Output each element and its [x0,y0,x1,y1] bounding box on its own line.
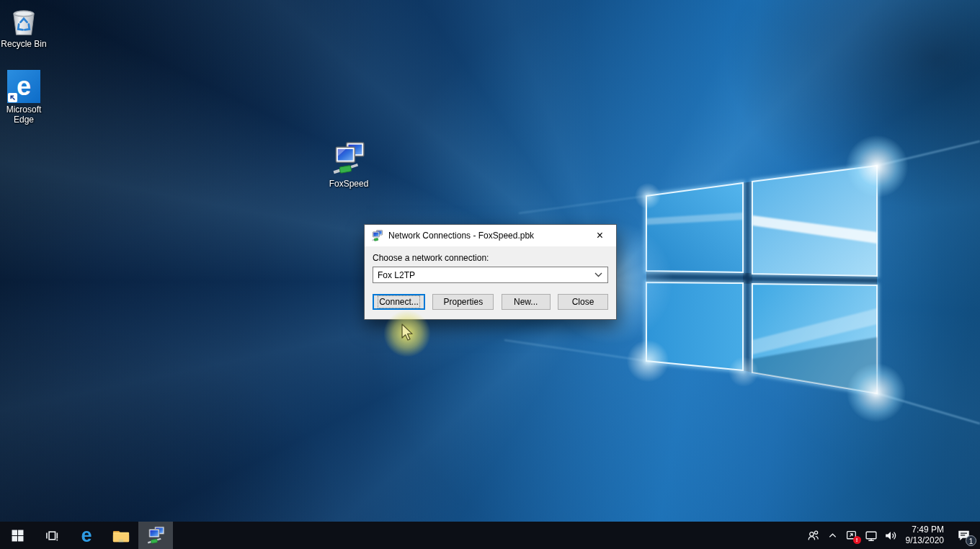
ethernet-icon [865,530,878,542]
desktop-icon-foxspeed[interactable]: FoxSpeed [321,141,376,189]
tray-overflow-button[interactable] [823,522,842,549]
volume-tray-button[interactable] [881,522,901,549]
clock[interactable]: 7:49 PM 9/13/2020 [901,525,949,546]
network-computers-icon [146,526,166,545]
network-computers-icon [371,230,383,242]
dropdown-selected-value: Fox L2TP [378,270,415,280]
chevron-down-icon [594,272,602,277]
connection-field-label: Choose a network connection: [373,253,608,263]
desktop-icon-microsoft-edge[interactable]: e Microsoft Edge [0,70,51,125]
edge-e-glyph: e [17,73,31,99]
properties-button[interactable]: Properties [432,294,494,310]
people-button[interactable] [803,522,823,549]
task-view-button[interactable] [35,522,69,549]
folder-icon [112,527,130,544]
dialog-titlebar[interactable]: Network Connections - FoxSpeed.pbk × [365,225,616,246]
edge-icon: e [7,70,40,103]
network-connection-dropdown[interactable]: Fox L2TP [373,267,608,283]
taskbar-file-explorer-button[interactable] [104,522,138,549]
taskbar: e [0,522,980,549]
system-tray: ! 7:49 PM 9/13/2020 [803,522,980,549]
task-view-icon [45,530,58,542]
volume-icon [884,530,897,542]
action-center-button[interactable]: 1 [949,522,978,549]
taskbar-edge-button[interactable]: e [69,522,104,549]
mouse-cursor [401,323,414,342]
dialog-body: Choose a network connection: Fox L2TP Co… [365,246,616,319]
time-text: 7:49 PM [906,525,944,535]
network-connections-dialog: Network Connections - FoxSpeed.pbk × Cho… [364,224,617,320]
date-text: 9/13/2020 [906,535,944,546]
desktop-icon-label: Microsoft Edge [0,104,51,125]
windows-logo-icon [12,530,24,542]
people-icon [807,530,819,542]
alert-badge: ! [853,536,861,544]
close-button[interactable]: Close [558,294,608,310]
taskbar-network-connections-button[interactable] [138,522,173,549]
edge-e-icon: e [81,526,92,545]
connect-button[interactable]: Connect... [373,294,425,310]
security-alert-tray-button[interactable]: ! [842,522,862,549]
dialog-title: Network Connections - FoxSpeed.pbk [388,231,584,241]
desktop-icon-recycle-bin[interactable]: Recycle Bin [0,4,51,49]
dialog-button-row: Connect... Properties New... Close [373,294,608,310]
recycle-bin-icon [8,4,40,37]
chevron-up-icon [827,530,838,541]
desktop-icon-label: FoxSpeed [329,179,369,189]
start-button[interactable] [0,522,35,549]
new-button[interactable]: New... [502,294,551,310]
desktop: Recycle Bin e Microsoft Edge FoxSpeed [0,0,980,549]
network-computers-icon [331,141,367,177]
shortcut-arrow-icon [8,93,17,102]
network-tray-button[interactable] [862,522,881,549]
close-icon[interactable]: × [584,225,616,246]
desktop-icon-label: Recycle Bin [1,39,46,49]
notification-count-badge: 1 [966,535,976,546]
